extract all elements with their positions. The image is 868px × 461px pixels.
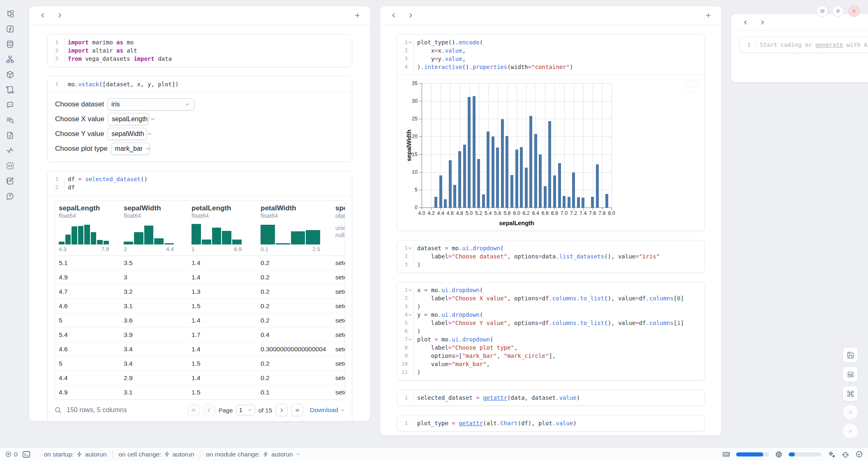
- plot-type-select[interactable]: mark_bar: [111, 143, 150, 155]
- table-cell: 0.2: [256, 360, 331, 367]
- download-button[interactable]: Download: [310, 406, 345, 414]
- fold-toggle[interactable]: [408, 335, 413, 343]
- scroll-right-button[interactable]: [55, 12, 64, 20]
- x-value-label: Choose X value: [55, 115, 104, 123]
- page-select[interactable]: 1: [236, 405, 255, 415]
- sidebar-item-help[interactable]: [4, 190, 16, 202]
- generate-with-ai-link[interactable]: generate: [815, 41, 843, 48]
- table-cell: 3.6: [120, 317, 187, 324]
- column-header-petalWidth[interactable]: petalWidthfloat64 0.12.5: [256, 201, 331, 256]
- errors-indicator[interactable]: 0: [5, 451, 18, 458]
- app-layout-button[interactable]: [843, 366, 858, 382]
- play-icon: [847, 427, 854, 435]
- x-value-select[interactable]: sepalLength: [108, 113, 149, 125]
- fold-toggle[interactable]: [408, 38, 413, 46]
- settings-button[interactable]: [832, 5, 844, 17]
- fold-toggle[interactable]: [408, 311, 413, 319]
- table-cell: 0.2: [256, 274, 331, 281]
- copilot-button[interactable]: [841, 450, 850, 459]
- scroll-left-button[interactable]: [389, 12, 397, 20]
- runtime-value: autorun: [173, 451, 194, 458]
- runtime-on-cell-change[interactable]: on cell change:autorun: [113, 451, 200, 458]
- scroll-right-button[interactable]: [406, 12, 415, 20]
- chevrons-right-icon: [294, 407, 300, 413]
- connection-status-icon[interactable]: [855, 450, 863, 458]
- help-icon: [6, 192, 14, 201]
- sidebar-item-chat[interactable]: [4, 99, 16, 111]
- sidebar-item-snippets[interactable]: [4, 84, 16, 95]
- run-all-button[interactable]: [843, 423, 858, 439]
- ai-assistant-button[interactable]: [827, 450, 836, 459]
- right-column-header: [731, 14, 868, 31]
- sidebar-item-tracing[interactable]: [4, 145, 16, 156]
- code-editor[interactable]: 1import marimo as mo2import altair as al…: [48, 35, 352, 67]
- chart-bar: [439, 175, 442, 208]
- sidebar-item-functions[interactable]: [4, 23, 16, 35]
- stop-kernel-button[interactable]: [843, 404, 858, 420]
- control-row-x-value: Choose X value sepalLength: [55, 113, 344, 125]
- terminal-button[interactable]: [22, 450, 31, 459]
- column-header-petalLength[interactable]: petalLengthfloat64 16.9: [187, 201, 256, 256]
- table-footer: 150 rows, 5 columns Page 1 of 15: [54, 404, 345, 416]
- last-page-button[interactable]: [291, 404, 303, 416]
- menu-button[interactable]: [817, 5, 828, 17]
- chart-bar: [496, 148, 499, 207]
- chevron-right-icon: [407, 12, 414, 19]
- chevrons-left-icon: [190, 407, 196, 413]
- column-header-sepalLength[interactable]: sepalLengthfloat64 4.37.9: [55, 201, 120, 256]
- add-column-button[interactable]: [704, 12, 712, 20]
- add-column-button[interactable]: [353, 12, 361, 20]
- table-search-button[interactable]: [54, 406, 62, 414]
- sidebar-item-file-tree[interactable]: [4, 8, 16, 19]
- scroll-left-button[interactable]: [38, 12, 46, 20]
- column-name: sepalWidth: [124, 204, 187, 212]
- dataset-select[interactable]: iris: [107, 98, 194, 111]
- code-editor[interactable]: 1plot_type = getattr(alt.Chart(df), plot…: [397, 415, 704, 431]
- column-header-species[interactable]: speciesobjectunique:nulls:: [331, 201, 345, 256]
- chat-icon: [6, 101, 14, 109]
- next-page-button[interactable]: [275, 404, 288, 416]
- code-editor[interactable]: 1selected_dataset = getattr(data, datase…: [397, 390, 704, 406]
- runtime-on-startup[interactable]: on startup:autorun: [38, 451, 113, 458]
- column-min: 0.1: [261, 246, 268, 252]
- column-header-sepalWidth[interactable]: sepalWidthfloat64 24.4: [120, 201, 187, 256]
- chart-bar: [605, 194, 608, 207]
- code-line: 7plot = mo.ui.dropdown(: [397, 335, 701, 343]
- sidebar-item-notes[interactable]: [4, 175, 16, 187]
- sidebar-item-dependencies[interactable]: [4, 53, 16, 65]
- line-number: 4: [397, 311, 408, 319]
- y-value-select[interactable]: sepalWidth: [107, 128, 147, 140]
- page-count-label: of 15: [259, 407, 272, 414]
- code-editor[interactable]: 1df = selected_dataset()2df: [48, 171, 352, 195]
- column-max: 4.4: [166, 246, 174, 252]
- code-editor[interactable]: 1 Start coding or generate with AI: [740, 37, 868, 53]
- shutdown-button[interactable]: [848, 5, 860, 17]
- code-editor[interactable]: 1mo.vstack([dataset, x, y, plot]): [48, 76, 352, 92]
- chart-menu-button[interactable]: [685, 80, 698, 93]
- close-icon: [851, 8, 857, 14]
- sidebar-item-database[interactable]: [4, 38, 16, 50]
- runtime-on-module-change[interactable]: on module change:autorun: [200, 451, 306, 458]
- sidebar-item-scratchpad[interactable]: [4, 160, 16, 171]
- column-stats: unique:nulls:: [335, 225, 345, 239]
- first-page-button[interactable]: [187, 404, 200, 416]
- table-cell: 4.6: [55, 346, 120, 353]
- table-cell: 5: [55, 360, 120, 367]
- sidebar-item-documentation[interactable]: [4, 129, 16, 141]
- scroll-left-button[interactable]: [741, 18, 749, 26]
- sidebar-item-packages[interactable]: [4, 69, 16, 80]
- code-editor[interactable]: 1dataset = mo.ui.dropdown(2 label="Choos…: [397, 240, 704, 272]
- scroll-right-button[interactable]: [758, 18, 766, 26]
- line-number: 1: [48, 38, 58, 46]
- line-number: 2: [397, 46, 408, 55]
- keyboard-shortcuts-button[interactable]: [843, 386, 858, 401]
- fold-toggle[interactable]: [408, 286, 413, 294]
- line-number: 1: [740, 41, 750, 49]
- fold-toggle[interactable]: [408, 244, 413, 252]
- code-editor[interactable]: 1x = mo.ui.dropdown(2 label="Choose X va…: [397, 282, 704, 380]
- code-editor[interactable]: 1plot_type().encode(2 x=x.value,3 y=y.va…: [397, 35, 704, 75]
- prev-page-button[interactable]: [203, 404, 215, 416]
- fold-toggle: [58, 175, 63, 183]
- sidebar-item-logs[interactable]: [4, 114, 16, 126]
- save-button[interactable]: [843, 347, 858, 363]
